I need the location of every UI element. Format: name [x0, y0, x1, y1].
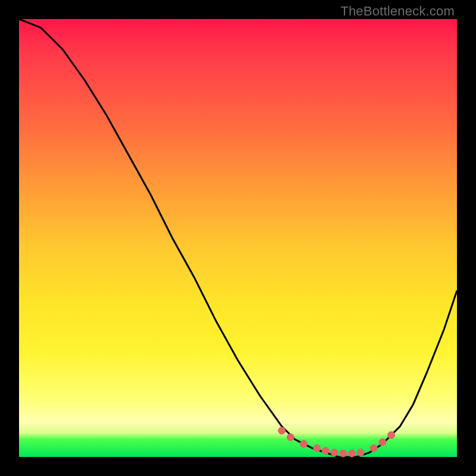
highlight-dot: [348, 450, 355, 457]
highlight-dot: [300, 440, 307, 447]
highlight-dots-group: [278, 427, 395, 457]
highlight-dot: [287, 434, 294, 441]
highlight-dot: [314, 444, 321, 452]
highlight-dot: [388, 431, 395, 439]
highlight-dot: [370, 444, 377, 452]
highlight-dot: [331, 449, 338, 456]
curve-svg: [19, 19, 457, 457]
plot-area: [19, 19, 457, 457]
bottleneck-curve-path: [19, 19, 457, 457]
highlight-dot: [340, 450, 347, 457]
chart-frame: TheBottleneck.com: [0, 0, 476, 476]
highlight-dot: [278, 427, 286, 434]
watermark-text: TheBottleneck.com: [340, 4, 455, 19]
highlight-dot: [322, 447, 329, 455]
highlight-dot: [357, 449, 364, 456]
highlight-dot: [379, 439, 386, 446]
